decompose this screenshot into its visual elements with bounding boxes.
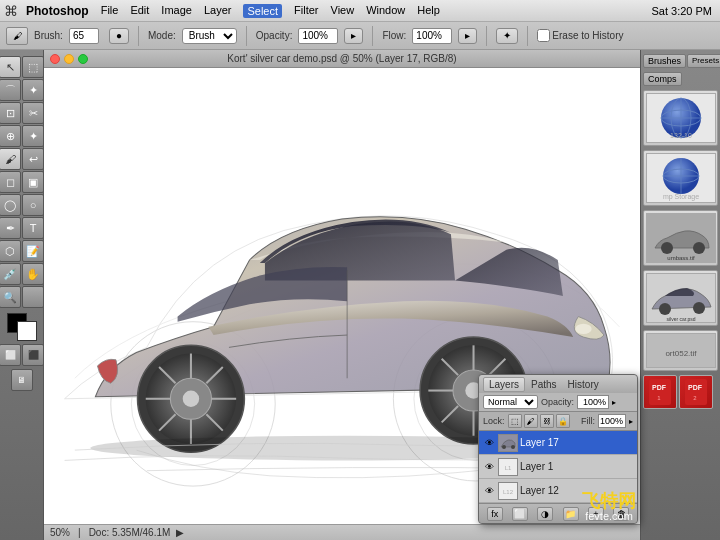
menu-layer[interactable]: Layer	[204, 4, 232, 18]
stamp-tool[interactable]: ✦	[22, 125, 44, 147]
new-group-btn[interactable]: 📁	[563, 507, 579, 521]
heal-tools: ⊕ ✦	[0, 125, 44, 147]
comps-tab-row: Comps	[643, 72, 718, 86]
dodge-tool[interactable]: ○	[22, 194, 44, 216]
menu-help[interactable]: Help	[417, 4, 440, 18]
menu-view[interactable]: View	[331, 4, 355, 18]
layer-row-1[interactable]: 👁 L1 Layer 1	[479, 455, 637, 479]
svg-text:PDF: PDF	[652, 384, 667, 391]
erase-to-history-label[interactable]: Erase to History	[537, 29, 623, 42]
hand-tool[interactable]: ✋	[22, 263, 44, 285]
menu-window[interactable]: Window	[366, 4, 405, 18]
slice-tool[interactable]: ✂	[22, 102, 44, 124]
history-brush-tool[interactable]: ↩	[22, 148, 44, 170]
notes-tool[interactable]: 📝	[22, 240, 44, 262]
flow-input[interactable]	[412, 28, 452, 44]
erase-to-history-checkbox[interactable]	[537, 29, 550, 42]
pen-tool[interactable]: ✒	[0, 217, 21, 239]
flow-arrow[interactable]: ▸	[458, 28, 477, 44]
opacity-arrow[interactable]: ▸	[344, 28, 363, 44]
menu-image[interactable]: Image	[161, 4, 192, 18]
globe-thumb-1: 132-10	[646, 93, 716, 143]
brush-shape-btn[interactable]: ●	[109, 28, 129, 44]
menu-edit[interactable]: Edit	[130, 4, 149, 18]
panel-item-car-thumb: umbass.tif	[643, 210, 718, 266]
canvas-title-bar: Kort' silver car demo.psd @ 50% (Layer 1…	[44, 50, 640, 68]
brush-size-input[interactable]	[69, 28, 99, 44]
time-display: Sat 3:20 PM	[651, 5, 712, 17]
fill-tool[interactable]: ▣	[22, 171, 44, 193]
add-adjustment-btn[interactable]: ◑	[537, 507, 553, 521]
blur-tool[interactable]: ◯	[0, 194, 21, 216]
lock-all-icon[interactable]: 🔒	[556, 414, 570, 428]
layers-blend-controls: Normal Multiply Screen Opacity: ▸	[479, 393, 637, 412]
lock-position-icon[interactable]: ⛓	[540, 414, 554, 428]
layers-tab-layers[interactable]: Layers	[483, 377, 525, 392]
fill-arrow-icon[interactable]: ▸	[629, 417, 633, 426]
screen-mode-btn[interactable]: 🖥	[11, 369, 33, 391]
zoom-tool[interactable]: 🔍	[0, 286, 21, 308]
opacity-value-layers[interactable]	[577, 395, 609, 409]
layers-tab-paths[interactable]: Paths	[526, 377, 562, 392]
layers-tab-history[interactable]: History	[563, 377, 604, 392]
brushes-tab[interactable]: Brushes	[643, 54, 686, 68]
magic-wand-tool[interactable]: ✦	[22, 79, 44, 101]
eyedropper-tool[interactable]: 💉	[0, 263, 21, 285]
menu-select[interactable]: Select	[243, 4, 282, 18]
comps-tab[interactable]: Comps	[643, 72, 682, 86]
lock-image-icon[interactable]: 🖌	[524, 414, 538, 428]
brush-tool[interactable]: 🖌	[0, 148, 21, 170]
lasso-tool[interactable]: ⌒	[0, 79, 21, 101]
standard-mode-btn[interactable]: ⬜	[0, 344, 21, 366]
crop-tool[interactable]: ⊡	[0, 102, 21, 124]
lock-transparent-icon[interactable]: ⬚	[508, 414, 522, 428]
lock-label: Lock:	[483, 416, 505, 426]
apple-logo-icon[interactable]: ⌘	[4, 3, 18, 19]
fill-value-layers[interactable]	[598, 414, 626, 428]
panel-item-globe1: 132-10	[643, 90, 718, 146]
layer-1-visibility-icon[interactable]: 👁	[482, 460, 496, 474]
heal-tool[interactable]: ⊕	[0, 125, 21, 147]
layer-12-visibility-icon[interactable]: 👁	[482, 484, 496, 498]
canvas-title: Kort' silver car demo.psd @ 50% (Layer 1…	[227, 53, 456, 64]
presets-tab[interactable]: Presets	[687, 54, 720, 68]
maximize-button[interactable]	[78, 54, 88, 64]
move-tool[interactable]: ↖	[0, 56, 21, 78]
window-controls	[50, 54, 88, 64]
brush-tool-icon[interactable]: 🖌	[6, 27, 28, 45]
menu-file[interactable]: File	[101, 4, 119, 18]
zoom-out-tool[interactable]	[22, 286, 44, 308]
quickmask-btn[interactable]: ⬛	[22, 344, 44, 366]
car-mini-thumb: umbass.tif	[646, 213, 716, 263]
svg-point-60	[502, 445, 506, 449]
layers-lock-row: Lock: ⬚ 🖌 ⛓ 🔒 Fill: ▸	[479, 412, 637, 431]
marquee-tool[interactable]: ⬚	[22, 56, 44, 78]
svg-point-23	[183, 391, 199, 407]
background-color[interactable]	[17, 321, 37, 341]
close-button[interactable]	[50, 54, 60, 64]
blend-mode-select[interactable]: Normal Multiply Screen	[483, 395, 538, 409]
selection-tools: ↖ ⬚	[0, 56, 44, 78]
shape-tool[interactable]: ⬡	[0, 240, 21, 262]
eraser-tool[interactable]: ◻	[0, 171, 21, 193]
opacity-input[interactable]	[298, 28, 338, 44]
minimize-button[interactable]	[64, 54, 74, 64]
opacity-arrow-icon[interactable]: ▸	[612, 398, 616, 407]
layer-17-thumbnail	[498, 434, 518, 452]
svg-point-61	[511, 445, 515, 449]
flow-label: Flow:	[382, 30, 406, 41]
status-arrow[interactable]: ▶	[176, 527, 184, 538]
mode-select[interactable]: Brush Pencil	[182, 28, 237, 44]
type-tool[interactable]: T	[22, 217, 44, 239]
add-style-btn[interactable]: fx	[487, 507, 503, 521]
layer-17-visibility-icon[interactable]: 👁	[482, 436, 496, 450]
globe-icon-2: mp Storage	[647, 154, 715, 202]
menu-filter[interactable]: Filter	[294, 4, 318, 18]
svg-text:umbass.tif: umbass.tif	[667, 255, 695, 261]
lock-icons: ⬚ 🖌 ⛓ 🔒	[508, 414, 570, 428]
svg-point-45	[661, 242, 673, 254]
add-mask-btn[interactable]: ⬜	[512, 507, 528, 521]
layer-row-17[interactable]: 👁 Layer 17	[479, 431, 637, 455]
canvas-status-bar: 50% | Doc: 5.35M/46.1M ▶	[44, 524, 640, 540]
airbrush-btn[interactable]: ✦	[496, 28, 518, 44]
